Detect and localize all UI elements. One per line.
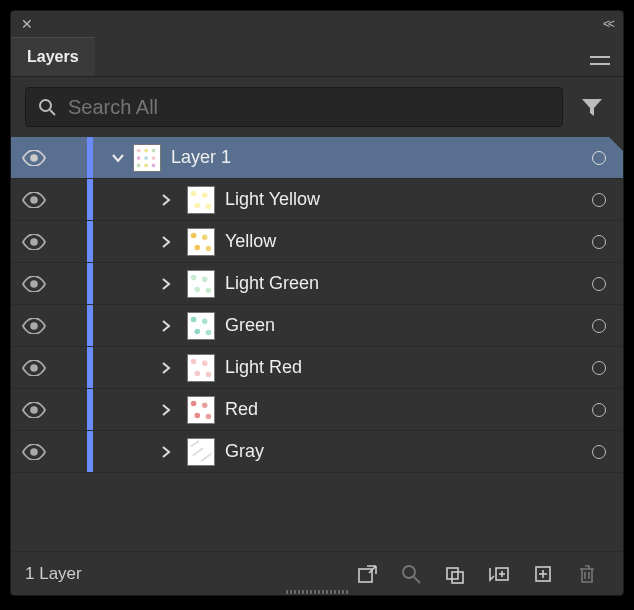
svg-point-32 bbox=[30, 364, 38, 372]
selection-target[interactable] bbox=[575, 151, 623, 165]
disclosure-toggle[interactable] bbox=[151, 319, 181, 333]
visibility-toggle[interactable] bbox=[11, 318, 57, 334]
svg-point-36 bbox=[206, 371, 212, 377]
selection-target[interactable] bbox=[575, 277, 623, 291]
collect-for-export-button[interactable] bbox=[345, 564, 389, 584]
visibility-toggle[interactable] bbox=[11, 234, 57, 250]
search-input[interactable] bbox=[68, 96, 550, 119]
visibility-toggle[interactable] bbox=[11, 402, 57, 418]
disclosure-toggle[interactable] bbox=[103, 151, 133, 165]
disclosure-toggle[interactable] bbox=[151, 361, 181, 375]
svg-point-19 bbox=[202, 234, 208, 240]
search-icon bbox=[38, 98, 56, 116]
tab-layers[interactable]: Layers bbox=[11, 37, 95, 76]
layer-color-indicator bbox=[87, 179, 93, 220]
layer-name[interactable]: Yellow bbox=[225, 231, 575, 252]
delete-layer-button bbox=[565, 564, 609, 584]
sublayer-row[interactable]: Light Yellow bbox=[11, 179, 623, 221]
svg-line-43 bbox=[191, 440, 199, 446]
layer-name[interactable]: Layer 1 bbox=[171, 147, 575, 168]
search-box[interactable] bbox=[25, 87, 563, 127]
svg-point-27 bbox=[30, 322, 38, 330]
layer-color-indicator bbox=[87, 431, 93, 472]
sublayer-row[interactable]: Yellow bbox=[11, 221, 623, 263]
layer-color-indicator bbox=[87, 263, 93, 304]
chevron-right-icon bbox=[160, 193, 172, 207]
svg-point-40 bbox=[195, 412, 201, 418]
panel-menu-button[interactable] bbox=[577, 37, 623, 76]
new-layer-button[interactable] bbox=[521, 564, 565, 584]
visibility-toggle[interactable] bbox=[11, 150, 57, 166]
svg-point-9 bbox=[137, 163, 141, 167]
visibility-toggle[interactable] bbox=[11, 444, 57, 460]
visibility-toggle[interactable] bbox=[11, 192, 57, 208]
sublayer-row[interactable]: Green bbox=[11, 305, 623, 347]
selection-target[interactable] bbox=[575, 319, 623, 333]
layer-name[interactable]: Light Green bbox=[225, 273, 575, 294]
chevron-right-icon bbox=[160, 319, 172, 333]
sublayer-row[interactable]: Light Green bbox=[11, 263, 623, 305]
collapse-icon[interactable]: << bbox=[603, 17, 613, 31]
layer-thumbnail bbox=[187, 312, 215, 340]
svg-point-12 bbox=[30, 196, 38, 204]
chevron-right-icon bbox=[160, 361, 172, 375]
selection-target[interactable] bbox=[575, 193, 623, 207]
visibility-toggle[interactable] bbox=[11, 276, 57, 292]
layer-color-indicator bbox=[87, 389, 93, 430]
selection-target[interactable] bbox=[575, 235, 623, 249]
svg-point-47 bbox=[403, 566, 415, 578]
layer-thumbnail bbox=[187, 354, 215, 382]
clipping-mask-button[interactable] bbox=[433, 564, 477, 584]
tab-label: Layers bbox=[27, 48, 79, 66]
svg-point-38 bbox=[191, 400, 197, 406]
disclosure-toggle[interactable] bbox=[151, 403, 181, 417]
chevron-down-icon bbox=[111, 151, 125, 165]
disclosure-toggle[interactable] bbox=[151, 235, 181, 249]
svg-point-4 bbox=[144, 148, 148, 152]
layer-name[interactable]: Light Yellow bbox=[225, 189, 575, 210]
layer-row-parent[interactable]: Layer 1 bbox=[11, 137, 623, 179]
layer-name[interactable]: Light Red bbox=[225, 357, 575, 378]
sublayer-row[interactable]: Red bbox=[11, 389, 623, 431]
selection-target[interactable] bbox=[575, 445, 623, 459]
panel-tabs: Layers bbox=[11, 37, 623, 77]
selection-target[interactable] bbox=[575, 361, 623, 375]
disclosure-toggle[interactable] bbox=[151, 277, 181, 291]
layer-name[interactable]: Gray bbox=[225, 441, 575, 462]
layer-name[interactable]: Red bbox=[225, 399, 575, 420]
svg-line-1 bbox=[50, 110, 55, 115]
close-icon[interactable]: ✕ bbox=[21, 16, 33, 32]
svg-point-3 bbox=[137, 148, 141, 152]
chevron-right-icon bbox=[160, 403, 172, 417]
layer-thumbnail bbox=[133, 144, 161, 172]
selection-target[interactable] bbox=[575, 403, 623, 417]
svg-point-14 bbox=[202, 192, 208, 198]
new-sublayer-button[interactable] bbox=[477, 564, 521, 584]
layer-thumbnail bbox=[187, 186, 215, 214]
svg-point-22 bbox=[30, 280, 38, 288]
svg-point-17 bbox=[30, 238, 38, 246]
layer-list: Layer 1 Light YellowYellowLight GreenGre… bbox=[11, 137, 623, 473]
sublayer-row[interactable]: Light Red bbox=[11, 347, 623, 389]
chevron-right-icon bbox=[160, 445, 172, 459]
disclosure-toggle[interactable] bbox=[151, 445, 181, 459]
svg-point-39 bbox=[202, 402, 208, 408]
svg-point-18 bbox=[191, 232, 197, 238]
target-indicator-icon bbox=[592, 361, 606, 375]
layer-name[interactable]: Green bbox=[225, 315, 575, 336]
svg-point-6 bbox=[137, 156, 141, 160]
resize-grip[interactable] bbox=[262, 590, 372, 596]
visibility-toggle[interactable] bbox=[11, 360, 57, 376]
sublayer-row[interactable]: Gray bbox=[11, 431, 623, 473]
filter-button[interactable] bbox=[575, 87, 609, 127]
layer-color-indicator bbox=[87, 305, 93, 346]
svg-point-41 bbox=[206, 413, 212, 419]
chevron-right-icon bbox=[160, 235, 172, 249]
layer-thumbnail bbox=[187, 270, 215, 298]
disclosure-toggle[interactable] bbox=[151, 193, 181, 207]
svg-point-20 bbox=[195, 244, 201, 250]
target-indicator-icon bbox=[592, 151, 606, 165]
svg-line-44 bbox=[193, 448, 203, 455]
locate-object-button bbox=[389, 564, 433, 584]
svg-point-5 bbox=[152, 148, 156, 152]
